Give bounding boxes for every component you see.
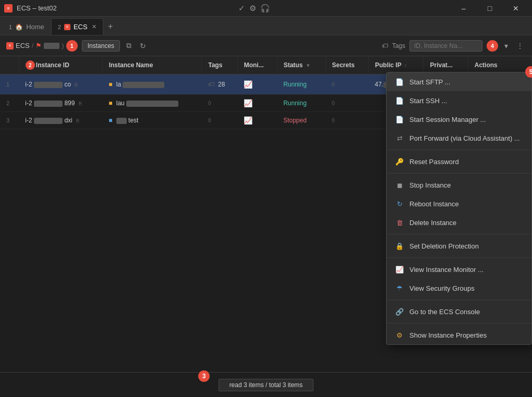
- public-ip-sort-icon: ↕: [404, 63, 407, 68]
- row-monitoring[interactable]: 📈: [237, 95, 277, 112]
- properties-icon: ⚙: [395, 330, 404, 340]
- menu-item-start-sftp[interactable]: 📄 Start SFTP ...: [386, 72, 531, 91]
- monitor-chart-icon[interactable]: 📈: [244, 80, 252, 89]
- monitor-chart-icon-2[interactable]: 📈: [244, 99, 252, 107]
- copy-icon-btn[interactable]: ⧉: [124, 40, 134, 51]
- menu-badge-5: 5: [525, 66, 532, 78]
- security-icon: ☂: [395, 283, 404, 293]
- col-monitoring[interactable]: Moni...: [237, 56, 277, 75]
- toolbar: ≡ ECS / ⚑ ) 1 Instances ⧉ ↻ 🏷 Tags 4 ▾ ⋮: [0, 35, 532, 56]
- menu-item-start-ssh[interactable]: 📄 Start SSH ...: [386, 91, 531, 110]
- tab-home[interactable]: 1 🏠 Home: [2, 18, 51, 35]
- titlebar-icons: ✓ ⚙ 🎧: [238, 4, 270, 13]
- add-tab-button[interactable]: +: [103, 18, 118, 35]
- copy-id-icon[interactable]: ⎘: [75, 82, 78, 88]
- row-num: 3: [0, 112, 19, 129]
- statusbar: 3 read 3 items / total 3 items: [0, 372, 532, 397]
- settings-icon-btn[interactable]: ⋮: [514, 41, 526, 51]
- password-icon: 🔑: [395, 157, 404, 166]
- monitor-icon: 📈: [395, 265, 404, 274]
- col-secrets[interactable]: Secrets: [325, 56, 369, 75]
- breadcrumb-region-blurred: [44, 43, 59, 49]
- menu-divider-3: [386, 234, 531, 234]
- maximize-button[interactable]: □: [478, 0, 502, 17]
- col-tags[interactable]: Tags: [202, 56, 237, 75]
- tag-icon-row: 🏷: [208, 81, 214, 88]
- titlebar-controls: – □ ✕: [452, 0, 528, 17]
- context-menu: 5 📄 Start SFTP ... 📄 Start SSH ... 📄 Sta…: [386, 72, 532, 345]
- gear-icon: ⚙: [249, 4, 256, 13]
- breadcrumb-flag-icon: ⚑: [35, 42, 42, 49]
- session-icon: 📄: [395, 115, 404, 124]
- tab-ecs[interactable]: 2 ≡ ECS ✕: [51, 18, 103, 35]
- row-tags: ◊: [202, 112, 237, 129]
- port-icon: ⇄: [395, 133, 404, 143]
- checkmark-icon: ✓: [238, 4, 245, 13]
- row-status: Stopped: [277, 112, 325, 129]
- menu-item-stop-instance[interactable]: ◼ Stop Instance: [386, 176, 531, 194]
- menu-item-view-security[interactable]: ☂ View Security Groups: [386, 279, 531, 297]
- tag-icon-row3: ◊: [208, 117, 211, 124]
- menu-item-port-forward[interactable]: ⇄ Port Forward (via Cloud Assistant) ...: [386, 129, 531, 147]
- stop-icon: ◼: [395, 180, 404, 190]
- table-container: 2 Instance ID Instance Name Tags Moni...…: [0, 56, 532, 372]
- row-secrets: ◊: [325, 112, 369, 129]
- row-instance-id: i-2 co ⎘: [19, 75, 102, 95]
- minimize-button[interactable]: –: [452, 0, 476, 17]
- row-tags: 🏷 28: [202, 75, 237, 95]
- row-tags: ◊: [202, 95, 237, 112]
- row-instance-name: ■ la: [102, 75, 202, 95]
- instance-color-icon-3: ■: [108, 117, 112, 124]
- row-instance-name: ■ lau: [102, 95, 202, 112]
- menu-item-delete-instance[interactable]: 🗑 Delete Instance: [386, 213, 531, 232]
- menu-item-reboot-instance[interactable]: ↻ Reboot Instance: [386, 194, 531, 213]
- row-instance-id: i-2 899 ⎘: [19, 95, 102, 112]
- tab-close-icon[interactable]: ✕: [92, 23, 96, 30]
- menu-item-set-deletion[interactable]: 🔒 Set Deletion Protection: [386, 237, 531, 255]
- breadcrumb: ≡ ECS / ⚑ ) 1: [6, 40, 78, 52]
- row-status: Running: [277, 75, 325, 95]
- instance-color-icon: ■: [108, 81, 112, 88]
- titlebar-left: ≡ ECS – test02: [4, 4, 57, 13]
- menu-item-start-session[interactable]: 📄 Start Session Manager ...: [386, 110, 531, 129]
- col-num: [0, 56, 19, 75]
- menu-divider-4: [386, 257, 531, 258]
- menu-item-show-properties[interactable]: ⚙ Show Instance Properties: [386, 326, 531, 344]
- sftp-icon: 📄: [395, 77, 404, 86]
- menu-divider-2: [386, 173, 531, 173]
- statusbar-badge-3: 3: [198, 370, 210, 382]
- search-input[interactable]: [409, 40, 482, 52]
- col-instance-id[interactable]: 2 Instance ID: [19, 56, 102, 75]
- filter-icon-btn[interactable]: ▾: [502, 41, 510, 51]
- copy-id-icon-3[interactable]: ⎘: [76, 118, 79, 123]
- titlebar-title: ECS – test02: [17, 4, 57, 12]
- shield-icon: 🔒: [395, 241, 404, 251]
- row-monitoring[interactable]: 📈: [237, 75, 277, 95]
- menu-item-reset-password[interactable]: 🔑 Reset Password: [386, 152, 531, 171]
- menu-item-view-monitor[interactable]: 📈 View Instance Monitor ...: [386, 260, 531, 279]
- console-icon: 🔗: [395, 307, 404, 316]
- monitor-chart-icon-3[interactable]: 📈: [244, 116, 252, 125]
- titlebar: ≡ ECS – test02 ✓ ⚙ 🎧 – □ ✕: [0, 0, 532, 17]
- close-button[interactable]: ✕: [504, 0, 528, 17]
- breadcrumb-badge-1: 1: [66, 40, 78, 52]
- reboot-icon: ↻: [395, 199, 404, 208]
- menu-item-go-console[interactable]: 🔗 Go to the ECS Console: [386, 302, 531, 321]
- col-instance-name[interactable]: Instance Name: [102, 56, 202, 75]
- instance-color-icon-2: ■: [108, 100, 112, 107]
- instances-button[interactable]: Instances: [82, 40, 120, 52]
- headphones-icon: 🎧: [260, 4, 270, 13]
- app-icon: ≡: [4, 4, 13, 13]
- ecs-icon: ≡: [64, 24, 70, 30]
- tag-icon-row2: ◊: [208, 100, 211, 107]
- menu-divider-5: [386, 300, 531, 300]
- row-status: Running: [277, 95, 325, 112]
- col-status[interactable]: Status ▼: [277, 56, 325, 75]
- refresh-button[interactable]: ↻: [138, 41, 148, 51]
- row-monitoring[interactable]: 📈: [237, 112, 277, 129]
- ssh-icon: 📄: [395, 96, 404, 105]
- copy-id-icon-2[interactable]: ⎘: [79, 101, 82, 106]
- row-secrets: ◊: [325, 75, 369, 95]
- row-instance-id: i-2 dxi ⎘: [19, 112, 102, 129]
- row-num: 2: [0, 95, 19, 112]
